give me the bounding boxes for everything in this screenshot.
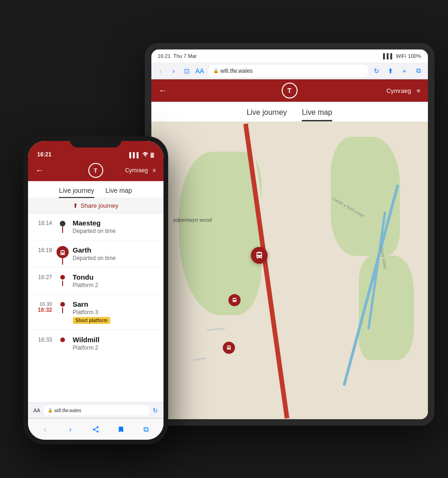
tablet-device: 16:21 Thu 7 Mar ▌▌▌ WiFi 100% ‹ › ⊡ AA �: [145, 43, 434, 426]
short-platform-badge: Short platform: [73, 317, 111, 324]
stop-indicator-garth: [56, 246, 69, 258]
stop-sub-tondu: Platform 2: [73, 282, 156, 288]
phone-url-text: wifi.tfw.wales: [54, 408, 81, 413]
tablet-app-back-btn[interactable]: ←: [159, 86, 167, 96]
stop-sub-maesteg: Departed on time: [73, 228, 156, 234]
stop-info-tondu: Tondu Platform 2: [73, 273, 156, 288]
tablet-date: Thu 7 Mar: [173, 53, 197, 59]
phone-time: 16:21: [37, 151, 52, 158]
tablet-reload-btn[interactable]: ↻: [372, 66, 381, 76]
phone-tab-live-map[interactable]: Live map: [106, 187, 132, 198]
phone-reload-btn[interactable]: ↻: [153, 407, 158, 414]
tablet-wifi-icon: WiFi: [396, 53, 406, 59]
stop-time-sarn: 16:30 16:32: [36, 300, 52, 313]
stop-dot-sarn: [60, 302, 65, 307]
phone-cymraeg-btn[interactable]: Cymraeg: [125, 167, 148, 174]
phone-browser-aa[interactable]: AA: [34, 408, 41, 413]
phone-browser-bar: AA 🔒 wifi.tfw.wales ↻: [28, 402, 164, 418]
stop-time-wildmill: 16:33: [36, 336, 52, 343]
stop-tondu: 16:27 Tondu Platform 2: [28, 267, 164, 295]
tablet-tab-live-journey[interactable]: Live journey: [247, 108, 287, 121]
stop-dot-maesteg: [60, 221, 65, 226]
lock-icon: 🔒: [213, 68, 219, 73]
stop-name-sarn: Sarn: [73, 300, 156, 308]
phone-wifi-icon: [142, 152, 149, 158]
tablet-tab-live-map[interactable]: Live map: [302, 108, 332, 121]
phone-header-right: Cymraeg ≡: [125, 167, 156, 174]
tablet-browser-bar: ‹ › ⊡ AA 🔒 wifi.tfw.wales ↻ ⬆ + ⧉: [151, 63, 428, 79]
phone-journey-list: 16:14 Maesteg Departed on time: [28, 213, 164, 402]
tablet-status-bar: 16:21 Thu 7 Mar ▌▌▌ WiFi 100%: [151, 49, 428, 63]
tablet-browser-actions: ↻ ⬆ + ⧉: [372, 66, 423, 76]
scene: 16:21 Thu 7 Mar ▌▌▌ WiFi 100% ‹ › ⊡ AA �: [14, 15, 434, 463]
stop-maesteg: 16:14 Maesteg Departed on time: [28, 213, 164, 240]
stop-indicator-maesteg: [56, 219, 69, 226]
stop-time-garth: 16:19: [36, 246, 52, 253]
stop-info-wildmill: Wildmill Platform 2: [73, 336, 156, 351]
map-green-area-3: [359, 256, 414, 360]
stop-dot-tondu: [60, 275, 65, 280]
share-label: Share journey: [81, 202, 119, 209]
stop-indicator-sarn: [56, 300, 69, 307]
tablet-back-btn[interactable]: ‹: [156, 66, 165, 76]
tablet-address-bar[interactable]: 🔒 wifi.tfw.wales: [208, 65, 368, 77]
phone-app-header: ← T Cymraeg ≡: [28, 160, 164, 181]
phone-signal-icon: ▌▌▌: [129, 152, 140, 158]
stop-dot-current: [57, 246, 69, 258]
phone-menu-btn[interactable]: ≡: [152, 167, 156, 174]
share-icon: ⬆: [73, 202, 78, 209]
phone-nav-share-btn[interactable]: [87, 421, 104, 438]
tablet-menu-btn[interactable]: ≡: [417, 87, 420, 94]
stop-sarn: 16:30 16:32 Sarn Platform 3 Short platfo…: [28, 295, 164, 330]
tablet-forward-btn[interactable]: ›: [169, 66, 178, 76]
phone-tab-live-journey[interactable]: Live journey: [59, 187, 94, 198]
phone-bottom-bar: ‹ › ⧉: [28, 418, 164, 440]
tablet-app-header: ← T Cymraeg ≡: [151, 79, 428, 102]
stop-sub-sarn: Platform 3: [73, 309, 156, 316]
tablet-bookmarks-btn[interactable]: ⊡: [182, 66, 192, 76]
phone-back-btn[interactable]: ←: [36, 166, 44, 176]
phone-app-logo: T: [88, 163, 103, 178]
tablet-signal-icon: ▌▌▌: [383, 53, 394, 59]
tablet-aa-btn[interactable]: AA: [195, 66, 205, 76]
journey-stops-container: 16:14 Maesteg Departed on time: [28, 213, 164, 357]
phone-nav-tabs-btn[interactable]: ⧉: [138, 421, 155, 438]
stop-name-wildmill: Wildmill: [73, 336, 156, 344]
stop-info-maesteg: Maesteg Departed on time: [73, 219, 156, 234]
phone-nav-forward-btn[interactable]: ›: [62, 421, 79, 438]
stop-indicator-tondu: [56, 273, 69, 280]
map-green-area-2: [331, 137, 400, 256]
tablet-cymraeg-btn[interactable]: Cymraeg: [386, 87, 411, 94]
tablet-battery: 100%: [408, 53, 421, 59]
phone-screen: 16:21 ▌▌▌ ▓ ← T: [28, 141, 164, 440]
phone-nav-bookmarks-btn[interactable]: [113, 421, 129, 438]
phone-device: 16:21 ▌▌▌ ▓ ← T: [23, 136, 168, 444]
tablet-status-right: ▌▌▌ WiFi 100%: [383, 53, 421, 59]
stop-time-tondu: 16:27: [36, 273, 52, 281]
stop-name-garth: Garth: [73, 246, 156, 254]
map-bus-stop-main[interactable]: [251, 247, 268, 264]
stop-sub-wildmill: Platform 2: [73, 344, 156, 351]
tablet-status-left: 16:21 Thu 7 Mar: [158, 53, 197, 59]
stop-name-tondu: Tondu: [73, 273, 156, 281]
stop-garth: 16:19 Garth Departed on time: [28, 240, 164, 267]
phone-share-bar[interactable]: ⬆ Share journey: [28, 198, 164, 213]
tablet-time: 16:21: [158, 53, 171, 59]
phone-lock-icon: 🔒: [48, 408, 53, 413]
tablet-screen: 16:21 Thu 7 Mar ▌▌▌ WiFi 100% ‹ › ⊡ AA �: [151, 49, 428, 419]
tablet-tabs-btn[interactable]: ⧉: [414, 66, 423, 76]
stop-time-maesteg: 16:14: [36, 219, 52, 226]
phone-browser-url[interactable]: 🔒 wifi.tfw.wales: [44, 405, 149, 415]
tablet-app-header-right: Cymraeg ≡: [386, 87, 420, 94]
tablet-map[interactable]: edpentwyn wood Llwybr y ford Lower Garw …: [151, 122, 428, 419]
tablet-add-tab-btn[interactable]: +: [400, 66, 409, 76]
stop-info-garth: Garth Departed on time: [73, 246, 156, 261]
stop-indicator-wildmill: [56, 336, 69, 342]
phone-nav-back-btn[interactable]: ‹: [37, 421, 54, 438]
phone-status-right: ▌▌▌ ▓: [129, 152, 154, 158]
stop-sub-garth: Departed on time: [73, 255, 156, 261]
stop-dot-wildmill: [60, 337, 65, 342]
tablet-share-btn[interactable]: ⬆: [386, 66, 395, 76]
tablet-tabs: Live journey Live map: [151, 102, 428, 122]
phone-battery-icon: ▓: [150, 152, 154, 157]
